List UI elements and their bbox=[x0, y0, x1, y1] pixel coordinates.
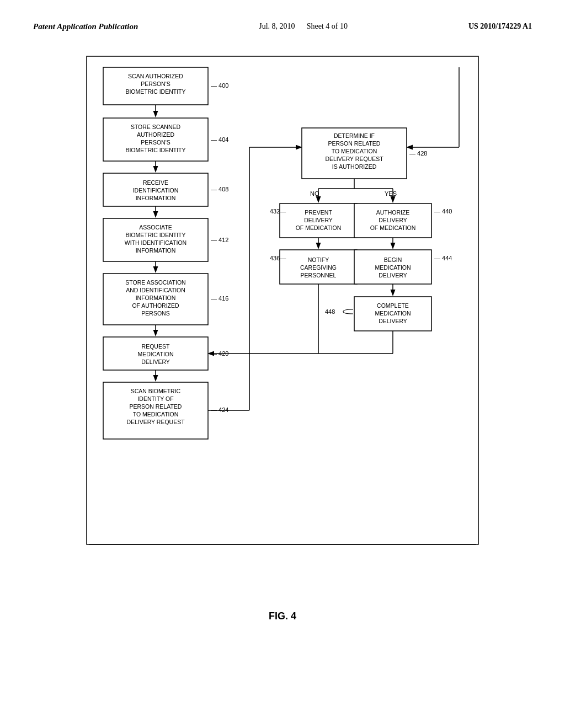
svg-text:DELIVERY  REQUEST: DELIVERY REQUEST bbox=[325, 156, 383, 162]
svg-text:OF  MEDICATION: OF MEDICATION bbox=[296, 224, 342, 231]
svg-text:BIOMETRIC  IDENTITY: BIOMETRIC IDENTITY bbox=[125, 147, 185, 153]
svg-text:— 428: — 428 bbox=[409, 150, 427, 157]
publication-date: Jul. 8, 2010 bbox=[259, 22, 295, 30]
svg-text:OF  AUTHORIZED: OF AUTHORIZED bbox=[132, 302, 179, 309]
patent-number: US 2010/174229 A1 bbox=[468, 22, 532, 31]
svg-text:OF  MEDICATION: OF MEDICATION bbox=[370, 224, 416, 231]
svg-text:— 400: — 400 bbox=[211, 82, 228, 89]
svg-text:COMPLETE: COMPLETE bbox=[377, 302, 409, 309]
header-center: Jul. 8, 2010 Sheet 4 of 10 bbox=[259, 22, 348, 31]
header: Patent Application Publication Jul. 8, 2… bbox=[33, 22, 532, 31]
svg-text:TO  MEDICATION: TO MEDICATION bbox=[133, 411, 178, 417]
svg-text:NOTIFY: NOTIFY bbox=[308, 256, 329, 263]
svg-text:REQUEST: REQUEST bbox=[142, 343, 170, 350]
main-flowchart: SCAN AUTHORIZED PERSON'S BIOMETRIC IDENT… bbox=[33, 48, 532, 583]
svg-text:— 404: — 404 bbox=[211, 136, 228, 143]
svg-text:DELIVERY: DELIVERY bbox=[379, 217, 407, 223]
svg-text:DELIVERY  REQUEST: DELIVERY REQUEST bbox=[126, 419, 185, 425]
flowchart-diagram: SCAN AUTHORIZED PERSON'S BIOMETRIC IDENT… bbox=[78, 48, 487, 583]
sheet-info: Sheet 4 of 10 bbox=[307, 22, 348, 30]
svg-text:SCAN  BIOMETRIC: SCAN BIOMETRIC bbox=[131, 388, 181, 394]
svg-text:INFORMATION: INFORMATION bbox=[136, 295, 176, 301]
svg-text:— 444: — 444 bbox=[434, 255, 452, 261]
svg-text:— 412: — 412 bbox=[211, 237, 228, 243]
svg-text:PERSON'S: PERSON'S bbox=[141, 139, 170, 146]
svg-text:432—: 432— bbox=[270, 208, 286, 215]
svg-text:MEDICATION: MEDICATION bbox=[375, 264, 411, 271]
svg-text:IS  AUTHORIZED: IS AUTHORIZED bbox=[332, 163, 377, 170]
svg-text:DELIVERY: DELIVERY bbox=[379, 272, 407, 279]
svg-text:— 440: — 440 bbox=[434, 208, 452, 215]
svg-text:DELIVERY: DELIVERY bbox=[304, 217, 333, 223]
svg-text:448: 448 bbox=[325, 308, 335, 315]
patent-publication-label: Patent Application Publication bbox=[33, 22, 138, 31]
svg-text:BIOMETRIC  IDENTITY: BIOMETRIC IDENTITY bbox=[125, 232, 185, 238]
svg-text:DETERMINE  IF: DETERMINE IF bbox=[334, 132, 375, 139]
svg-text:436—: 436— bbox=[270, 255, 286, 261]
page: Patent Application Publication Jul. 8, 2… bbox=[0, 0, 565, 728]
svg-text:PERSON  RELATED: PERSON RELATED bbox=[130, 403, 182, 410]
svg-text:INFORMATION: INFORMATION bbox=[136, 195, 176, 201]
svg-text:BIOMETRIC  IDENTITY: BIOMETRIC IDENTITY bbox=[125, 88, 185, 95]
svg-text:PERSON'S: PERSON'S bbox=[141, 81, 170, 87]
svg-text:PERSON  RELATED: PERSON RELATED bbox=[328, 140, 381, 147]
svg-text:YES: YES bbox=[385, 190, 397, 197]
svg-text:STORE  SCANNED: STORE SCANNED bbox=[131, 124, 181, 130]
svg-text:TO  MEDICATION: TO MEDICATION bbox=[332, 148, 377, 154]
svg-text:SCAN  AUTHORIZED: SCAN AUTHORIZED bbox=[128, 73, 183, 79]
svg-text:PERSONNEL: PERSONNEL bbox=[301, 272, 337, 279]
svg-text:AUTHORIZED: AUTHORIZED bbox=[137, 131, 175, 138]
svg-text:MEDICATION: MEDICATION bbox=[137, 351, 173, 357]
svg-text:— 408: — 408 bbox=[211, 186, 228, 192]
svg-text:— 424: — 424 bbox=[211, 406, 228, 413]
svg-text:PREVENT: PREVENT bbox=[305, 209, 332, 216]
svg-text:CAREGIVING: CAREGIVING bbox=[300, 264, 337, 271]
svg-text:ASSOCIATE: ASSOCIATE bbox=[139, 224, 172, 231]
svg-text:INFORMATION: INFORMATION bbox=[136, 247, 176, 254]
svg-text:MEDICATION: MEDICATION bbox=[375, 310, 411, 317]
svg-text:PERSONS: PERSONS bbox=[141, 310, 169, 317]
svg-text:STORE  ASSOCIATION: STORE ASSOCIATION bbox=[125, 279, 185, 286]
svg-text:— 416: — 416 bbox=[211, 295, 228, 302]
svg-text:IDENTITY  OF: IDENTITY OF bbox=[137, 395, 173, 402]
svg-text:WITH  IDENTIFICATION: WITH IDENTIFICATION bbox=[125, 239, 186, 246]
svg-text:AND  IDENTIFICATION: AND IDENTIFICATION bbox=[126, 287, 185, 293]
svg-text:BEGIN: BEGIN bbox=[384, 256, 402, 263]
svg-text:RECEIVE: RECEIVE bbox=[143, 179, 168, 186]
svg-text:DELIVERY: DELIVERY bbox=[379, 318, 407, 324]
svg-text:IDENTIFICATION: IDENTIFICATION bbox=[133, 187, 179, 194]
svg-text:DELIVERY: DELIVERY bbox=[141, 358, 170, 365]
svg-text:AUTHORIZE: AUTHORIZE bbox=[376, 209, 410, 216]
